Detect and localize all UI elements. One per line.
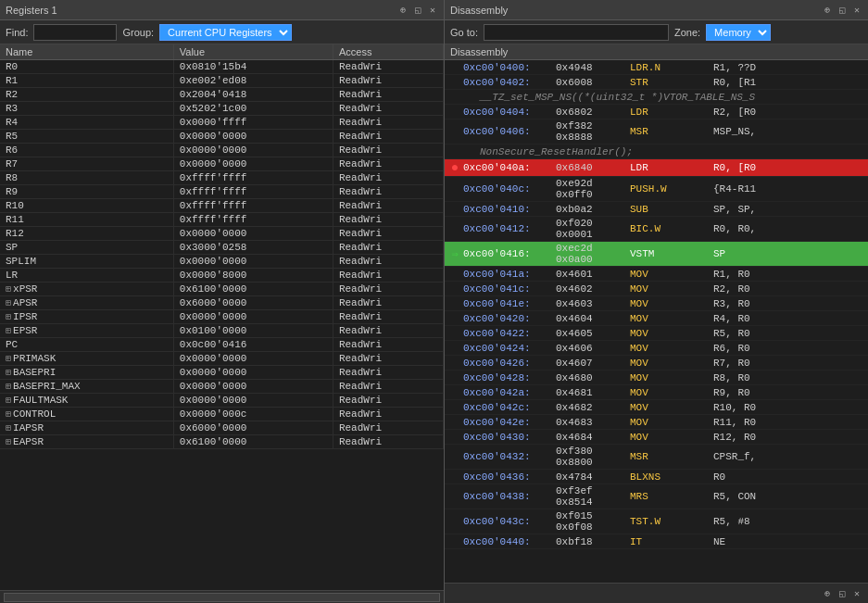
dis-address: 0xc00'041a: <box>463 269 556 280</box>
list-item[interactable]: 0xc00'0402:0x6008STRR0, [R1 <box>445 75 868 90</box>
reg-value: 0x0000'8000 <box>173 269 333 283</box>
list-item[interactable]: 0xc00'041e:0x4603MOVR3, R0 <box>445 296 868 311</box>
table-row[interactable]: R50x0000'0000ReadWri <box>0 130 444 144</box>
table-row[interactable]: ⊞CONTROL0x0000'000cReadWri <box>0 408 444 421</box>
list-item[interactable]: 0xc00'0424:0x4606MOVR6, R0 <box>445 341 868 356</box>
bottom-pin-icon[interactable]: ⊕ <box>822 587 833 600</box>
expand-icon[interactable]: ⊞ <box>6 409 11 420</box>
list-item[interactable]: 0xc00'041c:0x4602MOVR2, R0 <box>445 282 868 296</box>
expand-icon[interactable]: ⊞ <box>6 437 11 447</box>
list-item[interactable]: 0xc00'0420:0x4604MOVR4, R0 <box>445 311 868 326</box>
expand-icon[interactable]: ⊞ <box>6 298 11 308</box>
table-row[interactable]: R30x5202'1c00ReadWri <box>0 102 444 116</box>
dis-opcode: 0xec2d 0x0a00 <box>556 243 630 265</box>
dis-address: 0xc00'0424: <box>463 343 556 354</box>
list-item[interactable]: __TZ_set_MSP_NS((*(uint32_t *)VTOR_TABLE… <box>445 90 868 105</box>
registers-hscrollbar[interactable] <box>4 593 440 602</box>
zone-label: Zone: <box>674 27 700 38</box>
reg-access: ReadWri <box>333 60 443 74</box>
zone-dropdown[interactable]: Memory <box>706 24 771 41</box>
reg-name: PC <box>0 338 173 352</box>
list-item[interactable]: 0xc00'040c:0xe92d 0x0ff0PUSH.W{R4-R11 <box>445 177 868 202</box>
table-row[interactable]: R120x0000'0000ReadWri <box>0 227 444 241</box>
table-row[interactable]: R90xffff'ffffReadWri <box>0 185 444 199</box>
table-row[interactable]: R60x0000'0000ReadWri <box>0 144 444 157</box>
table-row[interactable]: ⊞FAULTMASK0x0000'0000ReadWri <box>0 394 444 408</box>
table-row[interactable]: ⊞BASEPRI0x0000'0000ReadWri <box>0 366 444 380</box>
table-row[interactable]: ⊞EPSR0x0100'0000ReadWri <box>0 324 444 338</box>
expand-icon[interactable]: ⊞ <box>6 368 11 378</box>
bottom-float-icon[interactable]: ◱ <box>837 587 848 600</box>
table-row[interactable]: R70x0000'0000ReadWri <box>0 157 444 171</box>
table-row[interactable]: ⊞APSR0x6000'0000ReadWri <box>0 296 444 310</box>
reg-access: ReadWri <box>333 88 443 102</box>
close2-icon[interactable]: ✕ <box>851 4 862 17</box>
table-row[interactable]: ⊞xPSR0x6100'0000ReadWri <box>0 283 444 296</box>
table-row[interactable]: R80xffff'ffffReadWri <box>0 171 444 185</box>
table-row[interactable]: ⊞PRIMASK0x0000'0000ReadWri <box>0 352 444 366</box>
expand-icon[interactable]: ⊞ <box>6 396 11 406</box>
table-row[interactable]: ⊞IPSR0x0000'0000ReadWri <box>0 310 444 324</box>
list-item[interactable]: 0xc00'0400:0x4948LDR.NR1, ??D <box>445 60 868 75</box>
list-item[interactable]: 0xc00'042a:0x4681MOVR9, R0 <box>445 385 868 400</box>
pin2-icon[interactable]: ⊕ <box>822 4 833 17</box>
dis-instruction: MOV <box>630 283 713 295</box>
expand-icon[interactable]: ⊞ <box>6 312 11 322</box>
dis-instruction: TST.W <box>630 516 713 527</box>
table-row[interactable]: ⊞EAPSR0x6100'0000ReadWri <box>0 435 444 449</box>
reg-access: ReadWri <box>333 380 443 394</box>
dis-operands: R11, R0 <box>713 417 866 428</box>
float-icon[interactable]: ◱ <box>412 4 423 17</box>
expand-icon[interactable]: ⊞ <box>6 326 11 336</box>
bottom-close-icon[interactable]: ✕ <box>851 587 862 600</box>
find-input[interactable] <box>33 24 117 41</box>
list-item[interactable]: 0xc00'0410:0xb0a2SUBSP, SP, <box>445 202 868 217</box>
float2-icon[interactable]: ◱ <box>837 4 848 17</box>
dis-address: 0xc00'0410: <box>463 204 556 215</box>
list-item[interactable]: 0xc00'0406:0xf382 0x8888MSRMSP_NS, <box>445 119 868 144</box>
list-item[interactable]: 0xc00'042e:0x4683MOVR11, R0 <box>445 415 868 430</box>
expand-icon[interactable]: ⊞ <box>6 423 11 433</box>
list-item[interactable]: 0xc00'0412:0xf020 0x0001BIC.WR0, R0, <box>445 217 868 242</box>
list-item[interactable]: 0xc00'0438:0xf3ef 0x8514MRSR5, CON <box>445 484 868 509</box>
list-item[interactable]: NonSecure_ResetHandler(); <box>445 144 868 159</box>
goto-input[interactable] <box>484 24 669 41</box>
list-item[interactable]: 0xc00'041a:0x4601MOVR1, R0 <box>445 267 868 282</box>
table-row[interactable]: R40x0000'ffffReadWri <box>0 116 444 130</box>
reg-access: ReadWri <box>333 421 443 435</box>
expand-icon[interactable]: ⊞ <box>6 382 11 392</box>
list-item[interactable]: 0xc00'0428:0x4680MOVR8, R0 <box>445 371 868 385</box>
table-row[interactable]: R100xffff'ffffReadWri <box>0 199 444 213</box>
group-dropdown[interactable]: Current CPU Registers <box>159 24 292 41</box>
current-line-arrow-icon: ⇒ <box>447 247 463 261</box>
table-row[interactable]: R10xe002'ed08ReadWri <box>0 74 444 88</box>
table-row[interactable]: ⊞IAPSR0x6000'0000ReadWri <box>0 421 444 435</box>
pin-icon[interactable]: ⊕ <box>397 4 409 17</box>
table-row[interactable]: SPLIM0x0000'0000ReadWri <box>0 255 444 269</box>
list-item[interactable]: 0xc00'042c:0x4682MOVR10, R0 <box>445 400 868 415</box>
table-row[interactable]: R20x2004'0418ReadWri <box>0 88 444 102</box>
expand-icon[interactable]: ⊞ <box>6 284 11 295</box>
table-row[interactable]: LR0x0000'8000ReadWri <box>0 269 444 283</box>
table-row[interactable]: SP0x3000'0258ReadWri <box>0 241 444 255</box>
list-item[interactable]: 0xc00'0422:0x4605MOVR5, R0 <box>445 326 868 341</box>
list-item[interactable]: ●0xc00'040a:0x6840LDRR0, [R0 <box>445 159 868 177</box>
list-item[interactable]: 0xc00'0426:0x4607MOVR7, R0 <box>445 356 868 371</box>
list-item[interactable]: 0xc00'043c:0xf015 0x0f08TST.WR5, #8 <box>445 509 868 534</box>
table-row[interactable]: ⊞BASEPRI_MAX0x0000'0000ReadWri <box>0 380 444 394</box>
goto-label: Go to: <box>450 27 478 38</box>
list-item[interactable]: 0xc00'0432:0xf380 0x8800MSRCPSR_f, <box>445 445 868 470</box>
table-row[interactable]: PC0x0c00'0416ReadWri <box>0 338 444 352</box>
list-item[interactable]: 0xc00'0440:0xbf18ITNE <box>445 534 868 549</box>
close-icon[interactable]: ✕ <box>427 4 438 17</box>
expand-icon[interactable]: ⊞ <box>6 354 11 364</box>
list-item[interactable]: 0xc00'0430:0x4684MOVR12, R0 <box>445 430 868 445</box>
list-item[interactable]: ⇒0xc00'0416:0xec2d 0x0a00VSTMSP <box>445 242 868 267</box>
reg-name: ⊞xPSR <box>0 283 173 296</box>
table-row[interactable]: R110xffff'ffffReadWri <box>0 213 444 227</box>
dis-address: 0xc00'042c: <box>463 402 556 413</box>
list-item[interactable]: 0xc00'0404:0x6802LDRR2, [R0 <box>445 105 868 119</box>
table-row[interactable]: R00x0810'15b4ReadWri <box>0 60 444 74</box>
dis-instruction: MOV <box>630 313 713 324</box>
list-item[interactable]: 0xc00'0436:0x4784BLXNSR0 <box>445 470 868 484</box>
